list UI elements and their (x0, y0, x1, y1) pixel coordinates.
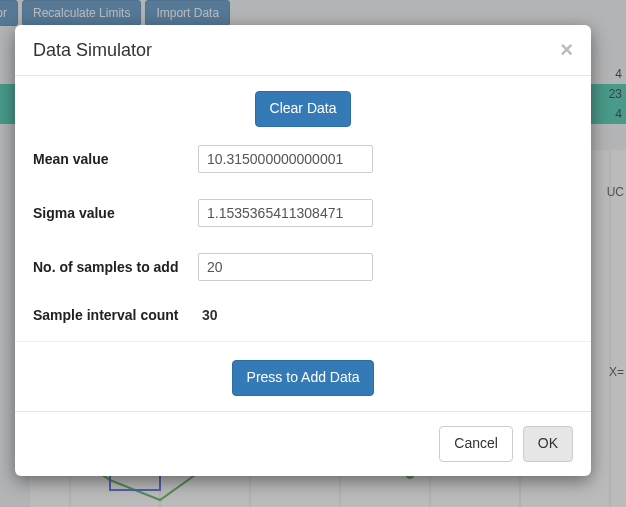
close-icon[interactable]: × (560, 39, 573, 61)
data-simulator-modal: Data Simulator × Clear Data Mean value S… (15, 25, 591, 476)
mean-input[interactable] (198, 145, 373, 173)
sigma-label: Sigma value (33, 205, 198, 221)
clear-data-button[interactable]: Clear Data (255, 91, 352, 127)
modal-header: Data Simulator × (15, 25, 591, 76)
modal-title: Data Simulator (33, 40, 152, 61)
add-data-button[interactable]: Press to Add Data (232, 360, 375, 396)
mean-label: Mean value (33, 151, 198, 167)
samples-label: No. of samples to add (33, 259, 198, 275)
interval-label: Sample interval count (33, 307, 198, 323)
modal-body: Clear Data Mean value Sigma value No. of… (15, 76, 591, 411)
interval-value: 30 (198, 307, 218, 323)
sigma-input[interactable] (198, 199, 373, 227)
cancel-button[interactable]: Cancel (439, 426, 513, 462)
modal-footer: Cancel OK (15, 411, 591, 476)
samples-input[interactable] (198, 253, 373, 281)
ok-button[interactable]: OK (523, 426, 573, 462)
